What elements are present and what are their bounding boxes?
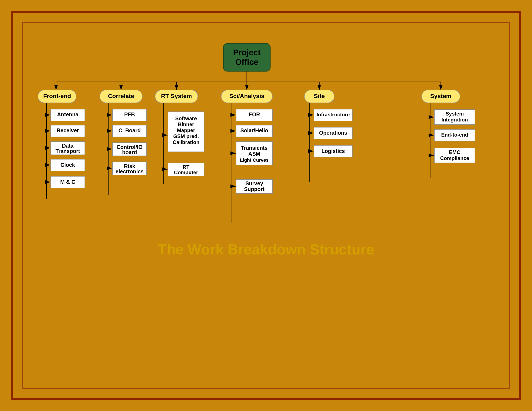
svg-text:Front-end: Front-end [43, 93, 71, 99]
svg-text:Sci/Analysis: Sci/Analysis [229, 93, 264, 99]
svg-text:Logistics: Logistics [322, 148, 345, 154]
svg-text:Light Curves: Light Curves [240, 158, 269, 163]
svg-text:RT: RT [183, 164, 190, 170]
svg-text:Computer: Computer [174, 169, 198, 175]
svg-text:M & C: M & C [60, 179, 75, 185]
svg-text:Calibration: Calibration [173, 139, 200, 145]
svg-text:System: System [430, 93, 452, 99]
svg-text:Support: Support [244, 186, 265, 192]
svg-text:End-to-end: End-to-end [441, 132, 468, 138]
svg-text:Infrastructure: Infrastructure [316, 112, 350, 117]
svg-text:Binner: Binner [178, 121, 194, 127]
svg-text:Correlate: Correlate [108, 93, 134, 99]
svg-text:Operations: Operations [319, 130, 347, 136]
svg-text:System: System [446, 111, 464, 117]
svg-text:electronics: electronics [115, 168, 144, 174]
svg-text:GSM pred.: GSM pred. [173, 133, 199, 139]
svg-text:Site: Site [314, 93, 325, 99]
outer-frame: Project Office Front-end [11, 11, 521, 400]
svg-text:Control/IO: Control/IO [117, 144, 142, 150]
diagram-svg: Project Office Front-end [23, 23, 509, 388]
svg-text:board: board [122, 149, 137, 155]
svg-text:PFB: PFB [124, 112, 135, 117]
svg-text:Project: Project [233, 48, 260, 57]
svg-text:Clock: Clock [60, 162, 75, 168]
svg-text:Antenna: Antenna [57, 112, 78, 117]
svg-text:ASM: ASM [248, 151, 260, 157]
svg-text:RT System: RT System [161, 93, 192, 99]
svg-text:Office: Office [235, 58, 258, 66]
svg-text:EOR: EOR [248, 112, 260, 117]
bottom-title: The Work Breakdown Structure [158, 241, 374, 257]
svg-text:Solar/Helio: Solar/Helio [240, 127, 268, 133]
svg-text:Survey: Survey [245, 180, 263, 186]
svg-text:Data: Data [62, 143, 74, 149]
svg-text:EMC: EMC [449, 149, 460, 155]
svg-text:Receiver: Receiver [57, 127, 79, 133]
svg-text:Mapper: Mapper [177, 127, 195, 133]
svg-text:Risk: Risk [124, 163, 135, 169]
svg-text:Transport: Transport [56, 148, 80, 154]
svg-text:C. Board: C. Board [119, 127, 141, 133]
svg-text:Software: Software [175, 115, 197, 121]
svg-text:Integration: Integration [441, 117, 468, 122]
svg-rect-1 [223, 44, 270, 71]
svg-text:Compliance: Compliance [440, 155, 469, 161]
inner-frame: Project Office Front-end [22, 22, 510, 389]
svg-text:Transients: Transients [241, 145, 267, 151]
